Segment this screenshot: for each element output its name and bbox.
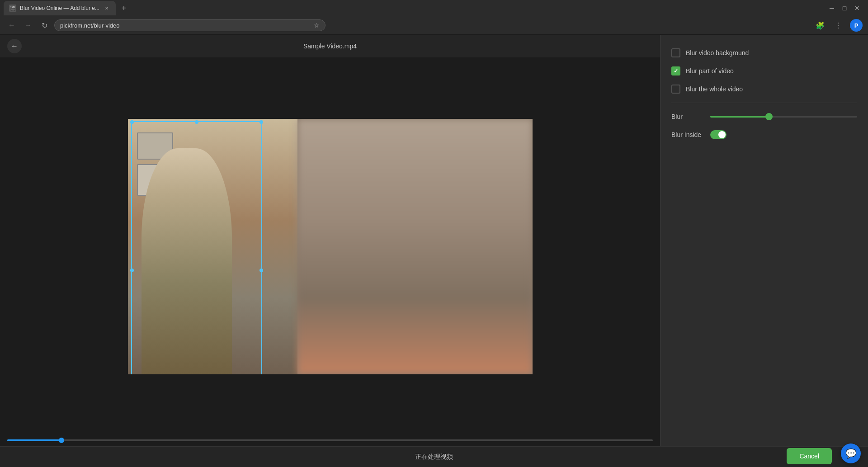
video-frame (128, 119, 533, 374)
minimize-button[interactable]: ─ (828, 5, 835, 12)
tab-close-button[interactable]: ✕ (103, 5, 110, 12)
person-figure (142, 148, 232, 374)
status-bar: 正在处理视频 (0, 446, 868, 467)
video-area: ← Sample Video.mp4 (0, 35, 660, 467)
forward-nav-button[interactable]: → (22, 19, 34, 32)
chat-icon: 💬 (845, 448, 857, 459)
video-left-region (128, 119, 298, 374)
address-bar: ← → ↻ pickfrom.net/blur-video ☆ 🧩 ⋮ P (0, 16, 868, 34)
right-panel: Blur video background Blur part of video… (660, 35, 868, 467)
url-text: pickfrom.net/blur-video (60, 22, 314, 29)
video-wrapper (0, 57, 660, 436)
profile-menu-button[interactable]: ⋮ (832, 19, 844, 32)
blur-part-checkbox[interactable] (671, 66, 680, 75)
blur-background-option: Blur video background (671, 48, 857, 57)
progress-thumb[interactable] (59, 438, 64, 443)
extensions-button[interactable]: 🧩 (814, 19, 826, 32)
active-tab[interactable]: 🎬 Blur Video Online — Add blur e... ✕ (4, 1, 116, 15)
maximize-button[interactable]: □ (841, 5, 848, 12)
progress-bar[interactable] (7, 439, 653, 441)
blur-slider-filled (710, 116, 769, 118)
video-player (128, 119, 533, 374)
blur-slider-container (710, 112, 857, 121)
cancel-button[interactable]: Cancel (787, 448, 832, 464)
app-container: ← Sample Video.mp4 (0, 35, 868, 467)
reload-button[interactable]: ↻ (38, 19, 51, 32)
bookmark-icon[interactable]: ☆ (314, 22, 320, 29)
video-header: ← Sample Video.mp4 (0, 35, 660, 57)
blur-inside-label: Blur Inside (671, 131, 703, 138)
blur-slider-row: Blur (671, 112, 857, 121)
blur-inside-toggle[interactable] (710, 130, 726, 139)
blur-slider-label: Blur (671, 113, 703, 120)
blur-background-checkbox[interactable] (671, 48, 680, 57)
back-button[interactable]: ← (7, 39, 22, 53)
blur-part-option: Blur part of video (671, 66, 857, 75)
back-nav-button[interactable]: ← (5, 19, 18, 32)
divider (671, 103, 857, 103)
video-right-region-blurred (297, 119, 532, 374)
browser-chrome: 🎬 Blur Video Online — Add blur e... ✕ + … (0, 0, 868, 35)
new-tab-button[interactable]: + (118, 2, 130, 14)
blur-slider-thumb[interactable] (765, 113, 773, 120)
close-window-button[interactable]: ✕ (854, 5, 861, 12)
blur-inside-row: Blur Inside (671, 130, 857, 139)
chat-bubble-button[interactable]: 💬 (841, 443, 861, 463)
blur-part-label: Blur part of video (686, 67, 734, 75)
video-filename: Sample Video.mp4 (303, 42, 357, 50)
tab-bar: 🎬 Blur Video Online — Add blur e... ✕ + … (0, 0, 868, 16)
blur-whole-checkbox[interactable] (671, 85, 680, 94)
browser-right-controls: 🧩 ⋮ P (814, 19, 863, 32)
url-bar[interactable]: pickfrom.net/blur-video ☆ (54, 19, 326, 31)
blur-whole-option: Blur the whole video (671, 85, 857, 94)
blur-slider-track[interactable] (710, 116, 857, 118)
blur-whole-label: Blur the whole video (686, 85, 743, 93)
progress-filled (7, 439, 61, 441)
user-avatar[interactable]: P (850, 19, 863, 32)
tab-favicon: 🎬 (9, 5, 16, 12)
tab-title: Blur Video Online — Add blur e... (20, 5, 99, 11)
window-controls: ─ □ ✕ (828, 5, 864, 12)
processing-status: 正在处理视频 (415, 453, 453, 461)
blur-background-label: Blur video background (686, 49, 749, 57)
